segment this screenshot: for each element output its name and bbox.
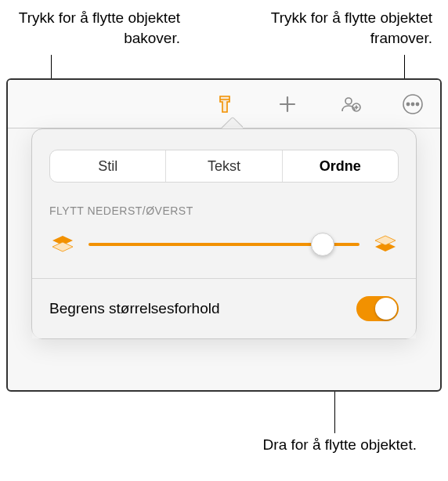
fade-bottom [32,327,416,338]
constrain-label: Begrens størrelsesforhold [49,300,220,317]
popover-pointer [221,116,243,128]
svg-point-4 [411,103,414,105]
layer-slider[interactable] [89,232,359,257]
section-move-label: FLYTT NEDERST/ØVERST [49,204,399,217]
callout-back-text: Trykk for å flytte objektet bakover. [16,8,180,48]
move-back-button[interactable] [49,231,76,258]
more-icon[interactable] [401,92,425,116]
svg-point-0 [345,98,352,104]
callout-drag-text: Dra for å flytte objektet. [263,435,417,455]
format-brush-icon[interactable] [213,92,237,116]
svg-point-3 [406,103,409,105]
slider-thumb[interactable] [311,233,334,256]
segmented-control: Stil Tekst Ordne [49,150,399,183]
tab-arrange[interactable]: Ordne [283,150,398,182]
device-frame: Stil Tekst Ordne FLYTT NEDERST/ØVERST [6,78,442,392]
plus-icon[interactable] [276,92,299,116]
svg-point-5 [416,103,418,105]
collaborate-icon[interactable] [338,92,362,116]
layer-slider-row [49,231,399,258]
tab-style[interactable]: Stil [50,150,166,182]
tab-text[interactable]: Tekst [166,150,282,182]
toggle-knob [375,298,397,320]
callout-front-text: Trykk for å flytte objektet framover. [268,8,432,48]
move-front-button[interactable] [372,231,399,258]
format-popover: Stil Tekst Ordne FLYTT NEDERST/ØVERST [31,128,417,339]
constrain-toggle[interactable] [356,296,399,321]
